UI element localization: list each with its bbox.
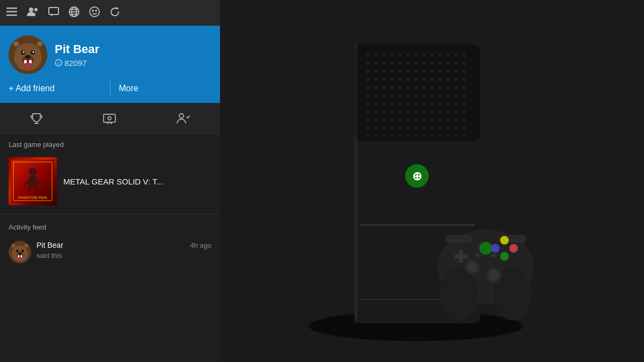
svg-point-182 (439, 126, 442, 129)
svg-point-106 (455, 78, 458, 80)
tab-capture[interactable] (92, 108, 127, 129)
game-title: METAL GEAR SOLID V: T... (63, 177, 163, 186)
right-panel: ⊕ (220, 0, 644, 362)
svg-point-87 (407, 70, 409, 72)
svg-point-139 (407, 102, 409, 105)
activity-time: 4h ago (190, 241, 211, 249)
svg-point-149 (383, 110, 385, 113)
svg-point-125 (399, 94, 401, 97)
svg-point-150 (391, 110, 393, 113)
svg-point-188 (383, 134, 385, 137)
svg-point-177 (399, 126, 401, 129)
svg-point-187 (375, 134, 377, 137)
svg-point-164 (399, 118, 401, 121)
svg-point-161 (375, 118, 377, 121)
svg-rect-38 (11, 160, 54, 203)
svg-point-165 (407, 118, 409, 121)
section-divider (0, 214, 220, 215)
svg-point-107 (463, 78, 466, 80)
svg-point-75 (415, 62, 418, 64)
svg-point-190 (399, 134, 401, 137)
svg-point-65 (439, 54, 442, 56)
svg-point-56 (367, 54, 369, 56)
svg-point-28 (25, 62, 31, 67)
svg-point-147 (367, 110, 369, 113)
svg-point-130 (439, 94, 442, 97)
svg-point-180 (423, 126, 426, 129)
svg-point-22 (23, 51, 25, 53)
svg-point-33 (179, 114, 184, 118)
svg-text:PHANTOM PAIN: PHANTOM PAIN (18, 196, 47, 200)
svg-point-4 (34, 8, 38, 11)
svg-point-59 (391, 54, 393, 56)
svg-point-96 (375, 78, 377, 80)
emoji-icon[interactable] (89, 6, 100, 20)
tab-friends[interactable] (165, 108, 201, 129)
svg-point-72 (391, 62, 393, 64)
refresh-icon[interactable] (109, 6, 120, 20)
game-item[interactable]: PHANTOM PAIN METAL GEAR SOLID V: T... (0, 153, 220, 212)
xbox-console-visual: ⊕ (220, 0, 644, 362)
svg-point-74 (407, 62, 409, 64)
svg-point-89 (423, 70, 426, 72)
svg-point-119 (455, 86, 458, 88)
svg-point-86 (399, 70, 401, 72)
profile-gamertag: © 82097 (55, 58, 99, 68)
svg-rect-207 (445, 235, 472, 243)
svg-point-145 (455, 102, 458, 105)
svg-point-97 (383, 78, 385, 80)
svg-point-194 (431, 134, 434, 137)
svg-point-195 (439, 134, 442, 137)
svg-point-183 (447, 126, 450, 129)
svg-point-58 (383, 54, 385, 56)
svg-point-79 (447, 62, 450, 64)
activity-item: Pit Bear 4h ago said this (0, 235, 220, 269)
svg-point-163 (391, 118, 393, 121)
svg-point-109 (375, 86, 377, 88)
svg-point-171 (455, 118, 458, 121)
globe-icon[interactable] (69, 6, 79, 20)
svg-point-142 (431, 102, 434, 105)
svg-point-67 (455, 54, 458, 56)
svg-point-47 (21, 250, 24, 253)
svg-point-153 (415, 110, 418, 113)
svg-point-168 (431, 118, 434, 121)
svg-point-73 (399, 62, 401, 64)
svg-point-70 (375, 62, 377, 64)
svg-point-71 (383, 62, 385, 64)
svg-point-92 (447, 70, 450, 72)
svg-point-122 (375, 94, 377, 97)
svg-point-132 (455, 94, 458, 97)
svg-rect-55 (354, 45, 480, 141)
svg-point-114 (415, 86, 418, 88)
more-button[interactable]: More (119, 82, 212, 95)
svg-point-135 (375, 102, 377, 105)
chat-icon[interactable] (48, 7, 59, 19)
svg-point-100 (407, 78, 409, 80)
profile-name: Pit Bear (55, 42, 99, 56)
svg-point-158 (455, 110, 458, 113)
svg-point-52 (18, 257, 21, 260)
svg-point-83 (375, 70, 377, 72)
svg-point-118 (447, 86, 450, 88)
last-game-label: Last game played (0, 134, 220, 153)
tab-achievements[interactable] (19, 108, 54, 129)
svg-point-167 (423, 118, 426, 121)
svg-rect-201 (360, 224, 475, 226)
svg-point-159 (463, 110, 466, 113)
people-icon[interactable] (27, 7, 39, 19)
svg-point-102 (423, 78, 426, 80)
svg-point-189 (391, 134, 393, 137)
svg-point-62 (415, 54, 418, 56)
add-friend-button[interactable]: + Add friend (9, 82, 101, 95)
svg-point-160 (367, 118, 369, 121)
svg-point-192 (415, 134, 418, 137)
svg-rect-1 (6, 11, 17, 12)
avatar (9, 35, 47, 74)
activity-avatar (9, 241, 31, 263)
hamburger-icon[interactable] (6, 8, 17, 19)
svg-point-134 (367, 102, 369, 105)
content-area: Last game played (0, 134, 220, 362)
svg-point-148 (375, 110, 377, 113)
svg-point-181 (431, 126, 434, 129)
